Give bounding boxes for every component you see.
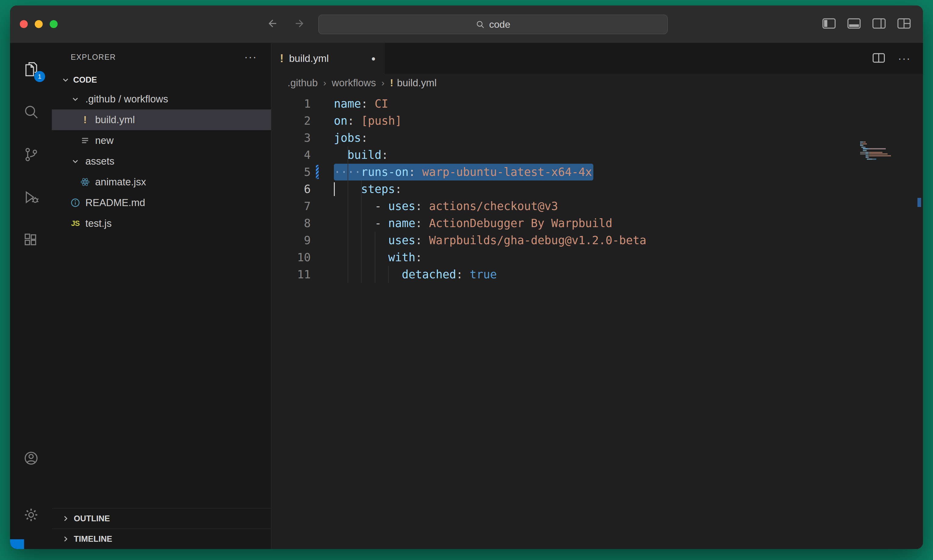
tree-item-label: test.js	[85, 218, 112, 229]
code-line-8[interactable]: 8 - name: ActionDebugger By Warpbuild	[271, 215, 923, 232]
chevron-right-icon	[62, 515, 69, 523]
activity-bar: 1	[10, 43, 52, 549]
line-number[interactable]: 6	[271, 183, 311, 196]
modified-gutter-marker	[316, 165, 319, 179]
indent-guide	[388, 266, 389, 283]
breadcrumb-workflows[interactable]: workflows	[332, 77, 376, 89]
line-number[interactable]: 11	[271, 268, 311, 281]
line-number[interactable]: 4	[271, 148, 311, 162]
tree-item-label: assets	[85, 155, 114, 167]
line-text: - uses: actions/checkout@v3	[334, 200, 558, 213]
run-debug-icon[interactable]	[10, 176, 52, 218]
tree-item-label: .github / workflows	[85, 93, 168, 105]
code-line-1[interactable]: 1name: CI	[271, 95, 923, 112]
indent-guide	[361, 180, 362, 283]
tree-file-test-js[interactable]: JStest.js	[52, 213, 271, 234]
panel-label: OUTLINE	[74, 514, 110, 523]
code-line-2[interactable]: 2on: [push]	[271, 112, 923, 129]
yaml-warning-file-icon: !	[83, 114, 87, 126]
code-line-7[interactable]: 7 - uses: actions/checkout@v3	[271, 197, 923, 215]
split-editor-icon[interactable]	[872, 52, 885, 65]
line-number[interactable]: 1	[271, 97, 311, 110]
outline-panel-header[interactable]: OUTLINE	[52, 508, 271, 529]
back-arrow-icon[interactable]	[266, 17, 279, 31]
explorer-sidebar: EXPLORER ··· CODE .github / workflows!bu…	[52, 43, 271, 549]
tab-bar: ! build.yml ● ···	[271, 43, 923, 74]
tree-file-readme-md[interactable]: README.md	[52, 192, 271, 213]
tree-item-label: README.md	[85, 197, 145, 209]
code-line-10[interactable]: 10 with:	[271, 249, 923, 266]
code-line-5[interactable]: 5····runs-on: warp-ubuntu-latest-x64-4x	[271, 163, 923, 180]
code-line-3[interactable]: 3jobs:	[271, 129, 923, 146]
customize-layout-icon[interactable]	[897, 18, 911, 31]
explorer-more-actions-icon[interactable]: ···	[244, 51, 257, 63]
explorer-files-icon[interactable]: 1	[10, 48, 52, 91]
file-tree: .github / workflows!build.ymlnewassetsan…	[52, 89, 271, 234]
forward-arrow-icon[interactable]	[294, 17, 306, 31]
tree-item-label: new	[95, 135, 114, 146]
line-text: uses: Warpbuilds/gha-debug@v1.2.0-beta	[334, 234, 647, 247]
panel-label: TIMELINE	[74, 534, 112, 544]
close-window-button[interactable]	[20, 20, 28, 28]
code-area[interactable]: 1name: CI2on: [push]3jobs:4 build:5····r…	[271, 92, 923, 549]
code-line-4[interactable]: 4 build:	[271, 146, 923, 163]
settings-gear-icon[interactable]	[10, 494, 52, 536]
search-icon	[476, 20, 485, 29]
js-file-icon: JS	[71, 219, 79, 228]
zoom-window-button[interactable]	[50, 20, 58, 28]
line-number[interactable]: 9	[271, 234, 311, 247]
code-line-9[interactable]: 9 uses: Warpbuilds/gha-debug@v1.2.0-beta	[271, 232, 923, 249]
line-text: detached: true	[334, 268, 497, 281]
minimize-window-button[interactable]	[35, 20, 43, 28]
line-text: jobs:	[334, 131, 368, 145]
line-text: build:	[334, 148, 388, 162]
line-number[interactable]: 5	[271, 166, 311, 178]
tab-label: build.yml	[289, 53, 329, 64]
line-number[interactable]: 10	[271, 251, 311, 264]
line-number[interactable]: 8	[271, 217, 311, 230]
chevron-down-icon	[71, 157, 79, 165]
dirty-indicator-icon[interactable]: ●	[371, 54, 376, 63]
explorer-badge: 1	[34, 71, 45, 82]
breadcrumb-separator-icon: ›	[323, 78, 326, 88]
remote-status-accent[interactable]	[10, 539, 24, 549]
line-number[interactable]: 7	[271, 200, 311, 213]
breadcrumb: .github › workflows › ! build.yml	[271, 74, 923, 92]
timeline-panel-header[interactable]: TIMELINE	[52, 529, 271, 549]
yaml-file-icon: !	[280, 52, 283, 65]
breadcrumb-github[interactable]: .github	[288, 77, 318, 89]
section-header-code[interactable]: CODE	[52, 71, 271, 89]
tree-file-new[interactable]: new	[52, 130, 271, 151]
code-line-11[interactable]: 11 detached: true	[271, 266, 923, 283]
line-text: name: CI	[334, 97, 388, 110]
command-center-search[interactable]: code	[318, 15, 668, 34]
source-control-branch-icon[interactable]	[10, 133, 52, 176]
selection-highlight: ····runs-on: warp-ubuntu-latest-x64-4x	[334, 164, 593, 180]
extensions-icon[interactable]	[10, 218, 52, 261]
line-text: - name: ActionDebugger By Warpbuild	[334, 217, 612, 230]
chevron-down-icon	[62, 76, 69, 84]
sidebar-title: EXPLORER	[71, 53, 116, 62]
account-icon[interactable]	[10, 437, 52, 480]
indent-guide	[348, 146, 348, 283]
toggle-primary-sidebar-icon[interactable]	[822, 18, 836, 31]
tab-build-yml[interactable]: ! build.yml ●	[271, 43, 385, 74]
tree-folder-assets[interactable]: assets	[52, 151, 271, 172]
tree-file-build-yml[interactable]: !build.yml	[52, 109, 271, 130]
line-number[interactable]: 3	[271, 131, 311, 145]
file-lines-icon	[80, 135, 90, 145]
tree-file-animate-jsx[interactable]: animate.jsx	[52, 172, 271, 192]
line-text: on: [push]	[334, 114, 402, 128]
tree-item-label: build.yml	[95, 114, 135, 126]
editor-more-actions-icon[interactable]: ···	[898, 52, 911, 65]
vscode-window: code 1	[10, 6, 923, 549]
breadcrumb-build-yml[interactable]: ! build.yml	[390, 77, 437, 89]
toggle-panel-icon[interactable]	[847, 18, 861, 31]
indent-guide	[375, 232, 375, 283]
line-number[interactable]: 2	[271, 114, 311, 128]
chevron-right-icon	[62, 535, 69, 543]
code-line-6[interactable]: 6 steps:	[271, 180, 923, 197]
search-icon[interactable]	[10, 91, 52, 133]
toggle-secondary-sidebar-icon[interactable]	[872, 18, 886, 31]
tree-folder--github-workflows[interactable]: .github / workflows	[52, 89, 271, 109]
